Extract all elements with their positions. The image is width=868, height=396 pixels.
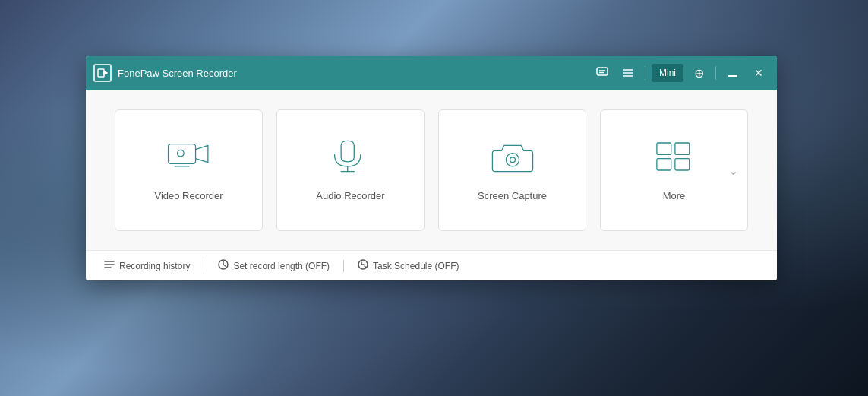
svg-marker-1 [104,71,107,74]
titlebar-separator-1 [645,66,645,80]
svg-line-24 [365,266,366,268]
svg-rect-2 [597,68,608,75]
recording-history-label: Recording history [119,261,190,271]
more-label: More [663,190,686,201]
more-chevron-icon: ⌄ [728,163,738,177]
menu-button[interactable] [617,62,639,84]
audio-recorder-card[interactable]: Audio Recorder [276,109,425,231]
status-separator-1 [204,260,204,272]
svg-rect-17 [656,159,671,170]
svg-point-9 [177,150,184,157]
screen-capture-card[interactable]: Screen Capture [438,109,586,231]
chat-button[interactable] [592,62,613,84]
screen-capture-label: Screen Capture [478,190,547,201]
svg-rect-16 [674,143,689,154]
svg-point-13 [506,154,519,166]
task-schedule-label: Task Schedule (OFF) [373,261,459,271]
audio-recorder-label: Audio Recorder [316,190,384,201]
status-bar: Recording history Set record length (OFF… [86,250,777,280]
titlebar-separator-2 [715,66,716,80]
screen-capture-icon [490,138,535,178]
title-bar-controls: Mini ⊕ ✕ [592,62,769,84]
more-card[interactable]: More ⌄ [600,109,748,231]
pin-button[interactable]: ⊕ [688,62,709,84]
video-recorder-icon [166,138,212,178]
video-recorder-label: Video Recorder [154,190,223,201]
recording-history-icon [104,259,115,272]
svg-point-14 [510,157,515,163]
close-button[interactable]: ✕ [748,62,769,84]
svg-rect-18 [674,159,689,170]
title-bar: FonePaw Screen Recorder Mini ⊕ [86,56,777,90]
mini-button[interactable]: Mini [652,64,683,82]
svg-rect-0 [98,69,104,77]
record-length-icon [218,259,229,272]
more-icon [652,138,697,178]
title-bar-left: FonePaw Screen Recorder [93,64,592,82]
recording-history-button[interactable]: Recording history [101,259,193,272]
svg-rect-8 [168,144,195,164]
minimize-button[interactable] [722,62,743,84]
main-content: Video Recorder Audio Recorder [86,90,777,250]
task-schedule-icon [358,259,368,272]
status-separator-2 [343,260,344,272]
app-icon [93,64,112,82]
app-window: FonePaw Screen Recorder Mini ⊕ [86,56,777,280]
task-schedule-button[interactable]: Task Schedule (OFF) [355,259,462,272]
svg-rect-15 [656,143,671,154]
video-recorder-card[interactable]: Video Recorder [115,109,263,231]
set-record-length-label: Set record length (OFF) [233,261,330,271]
app-title: FonePaw Screen Recorder [118,68,237,79]
audio-recorder-icon [328,138,374,178]
set-record-length-button[interactable]: Set record length (OFF) [215,259,333,272]
